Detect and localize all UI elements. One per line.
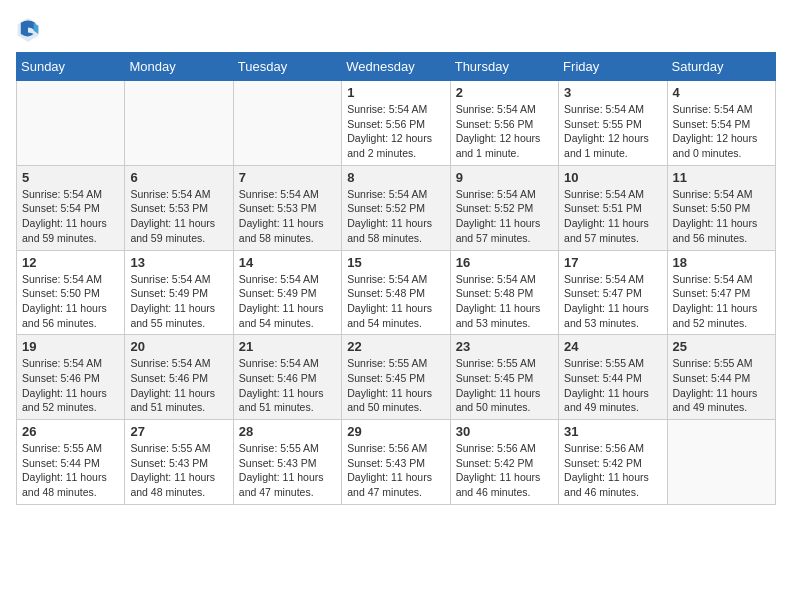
day-info: Sunrise: 5:54 AMSunset: 5:54 PMDaylight:… [22, 187, 119, 246]
header-sunday: Sunday [17, 53, 125, 81]
day-info: Sunrise: 5:54 AMSunset: 5:51 PMDaylight:… [564, 187, 661, 246]
day-info: Sunrise: 5:54 AMSunset: 5:48 PMDaylight:… [347, 272, 444, 331]
calendar-cell: 2Sunrise: 5:54 AMSunset: 5:56 PMDaylight… [450, 81, 558, 166]
calendar-cell: 21Sunrise: 5:54 AMSunset: 5:46 PMDayligh… [233, 335, 341, 420]
week-row-4: 19Sunrise: 5:54 AMSunset: 5:46 PMDayligh… [17, 335, 776, 420]
week-row-2: 5Sunrise: 5:54 AMSunset: 5:54 PMDaylight… [17, 165, 776, 250]
day-number: 21 [239, 339, 336, 354]
day-number: 3 [564, 85, 661, 100]
logo [16, 16, 44, 44]
day-header-row: Sunday Monday Tuesday Wednesday Thursday… [17, 53, 776, 81]
calendar-cell: 4Sunrise: 5:54 AMSunset: 5:54 PMDaylight… [667, 81, 775, 166]
calendar-cell: 25Sunrise: 5:55 AMSunset: 5:44 PMDayligh… [667, 335, 775, 420]
day-number: 19 [22, 339, 119, 354]
header-friday: Friday [559, 53, 667, 81]
calendar-cell: 23Sunrise: 5:55 AMSunset: 5:45 PMDayligh… [450, 335, 558, 420]
header-monday: Monday [125, 53, 233, 81]
day-info: Sunrise: 5:55 AMSunset: 5:43 PMDaylight:… [130, 441, 227, 500]
calendar-cell: 13Sunrise: 5:54 AMSunset: 5:49 PMDayligh… [125, 250, 233, 335]
day-info: Sunrise: 5:55 AMSunset: 5:45 PMDaylight:… [347, 356, 444, 415]
calendar-cell: 9Sunrise: 5:54 AMSunset: 5:52 PMDaylight… [450, 165, 558, 250]
day-info: Sunrise: 5:54 AMSunset: 5:49 PMDaylight:… [239, 272, 336, 331]
day-number: 7 [239, 170, 336, 185]
day-number: 26 [22, 424, 119, 439]
calendar-cell: 14Sunrise: 5:54 AMSunset: 5:49 PMDayligh… [233, 250, 341, 335]
day-info: Sunrise: 5:55 AMSunset: 5:44 PMDaylight:… [22, 441, 119, 500]
day-number: 13 [130, 255, 227, 270]
day-info: Sunrise: 5:54 AMSunset: 5:46 PMDaylight:… [239, 356, 336, 415]
day-number: 12 [22, 255, 119, 270]
day-info: Sunrise: 5:54 AMSunset: 5:56 PMDaylight:… [347, 102, 444, 161]
day-info: Sunrise: 5:56 AMSunset: 5:43 PMDaylight:… [347, 441, 444, 500]
day-number: 22 [347, 339, 444, 354]
day-number: 11 [673, 170, 770, 185]
calendar-cell: 24Sunrise: 5:55 AMSunset: 5:44 PMDayligh… [559, 335, 667, 420]
day-number: 18 [673, 255, 770, 270]
calendar-cell: 5Sunrise: 5:54 AMSunset: 5:54 PMDaylight… [17, 165, 125, 250]
week-row-5: 26Sunrise: 5:55 AMSunset: 5:44 PMDayligh… [17, 420, 776, 505]
day-info: Sunrise: 5:54 AMSunset: 5:53 PMDaylight:… [130, 187, 227, 246]
logo-icon [16, 16, 40, 44]
day-info: Sunrise: 5:54 AMSunset: 5:52 PMDaylight:… [456, 187, 553, 246]
calendar-cell: 27Sunrise: 5:55 AMSunset: 5:43 PMDayligh… [125, 420, 233, 505]
calendar-cell: 18Sunrise: 5:54 AMSunset: 5:47 PMDayligh… [667, 250, 775, 335]
calendar-cell: 7Sunrise: 5:54 AMSunset: 5:53 PMDaylight… [233, 165, 341, 250]
calendar-cell: 6Sunrise: 5:54 AMSunset: 5:53 PMDaylight… [125, 165, 233, 250]
day-number: 15 [347, 255, 444, 270]
day-number: 9 [456, 170, 553, 185]
day-number: 20 [130, 339, 227, 354]
day-info: Sunrise: 5:55 AMSunset: 5:44 PMDaylight:… [564, 356, 661, 415]
day-number: 4 [673, 85, 770, 100]
calendar-cell: 3Sunrise: 5:54 AMSunset: 5:55 PMDaylight… [559, 81, 667, 166]
day-number: 5 [22, 170, 119, 185]
day-info: Sunrise: 5:55 AMSunset: 5:44 PMDaylight:… [673, 356, 770, 415]
day-info: Sunrise: 5:54 AMSunset: 5:55 PMDaylight:… [564, 102, 661, 161]
day-number: 28 [239, 424, 336, 439]
day-info: Sunrise: 5:54 AMSunset: 5:48 PMDaylight:… [456, 272, 553, 331]
day-number: 10 [564, 170, 661, 185]
calendar-cell [125, 81, 233, 166]
day-number: 31 [564, 424, 661, 439]
day-number: 25 [673, 339, 770, 354]
day-info: Sunrise: 5:54 AMSunset: 5:54 PMDaylight:… [673, 102, 770, 161]
day-number: 16 [456, 255, 553, 270]
calendar-cell: 26Sunrise: 5:55 AMSunset: 5:44 PMDayligh… [17, 420, 125, 505]
day-number: 6 [130, 170, 227, 185]
calendar-cell: 19Sunrise: 5:54 AMSunset: 5:46 PMDayligh… [17, 335, 125, 420]
calendar-cell: 1Sunrise: 5:54 AMSunset: 5:56 PMDaylight… [342, 81, 450, 166]
calendar-cell: 20Sunrise: 5:54 AMSunset: 5:46 PMDayligh… [125, 335, 233, 420]
calendar-cell: 29Sunrise: 5:56 AMSunset: 5:43 PMDayligh… [342, 420, 450, 505]
day-number: 24 [564, 339, 661, 354]
calendar-cell: 10Sunrise: 5:54 AMSunset: 5:51 PMDayligh… [559, 165, 667, 250]
header-thursday: Thursday [450, 53, 558, 81]
day-info: Sunrise: 5:54 AMSunset: 5:46 PMDaylight:… [130, 356, 227, 415]
calendar-cell: 31Sunrise: 5:56 AMSunset: 5:42 PMDayligh… [559, 420, 667, 505]
calendar-cell: 17Sunrise: 5:54 AMSunset: 5:47 PMDayligh… [559, 250, 667, 335]
calendar-cell: 15Sunrise: 5:54 AMSunset: 5:48 PMDayligh… [342, 250, 450, 335]
calendar-cell: 12Sunrise: 5:54 AMSunset: 5:50 PMDayligh… [17, 250, 125, 335]
day-number: 8 [347, 170, 444, 185]
day-info: Sunrise: 5:56 AMSunset: 5:42 PMDaylight:… [456, 441, 553, 500]
day-info: Sunrise: 5:54 AMSunset: 5:56 PMDaylight:… [456, 102, 553, 161]
day-info: Sunrise: 5:54 AMSunset: 5:46 PMDaylight:… [22, 356, 119, 415]
day-number: 1 [347, 85, 444, 100]
day-info: Sunrise: 5:55 AMSunset: 5:43 PMDaylight:… [239, 441, 336, 500]
page-container: Sunday Monday Tuesday Wednesday Thursday… [16, 16, 776, 505]
header-saturday: Saturday [667, 53, 775, 81]
calendar-cell: 16Sunrise: 5:54 AMSunset: 5:48 PMDayligh… [450, 250, 558, 335]
week-row-1: 1Sunrise: 5:54 AMSunset: 5:56 PMDaylight… [17, 81, 776, 166]
day-info: Sunrise: 5:54 AMSunset: 5:50 PMDaylight:… [22, 272, 119, 331]
day-number: 17 [564, 255, 661, 270]
header [16, 16, 776, 44]
day-info: Sunrise: 5:54 AMSunset: 5:52 PMDaylight:… [347, 187, 444, 246]
calendar-cell: 28Sunrise: 5:55 AMSunset: 5:43 PMDayligh… [233, 420, 341, 505]
day-info: Sunrise: 5:54 AMSunset: 5:50 PMDaylight:… [673, 187, 770, 246]
day-number: 2 [456, 85, 553, 100]
calendar-cell: 30Sunrise: 5:56 AMSunset: 5:42 PMDayligh… [450, 420, 558, 505]
day-number: 30 [456, 424, 553, 439]
header-wednesday: Wednesday [342, 53, 450, 81]
week-row-3: 12Sunrise: 5:54 AMSunset: 5:50 PMDayligh… [17, 250, 776, 335]
day-info: Sunrise: 5:56 AMSunset: 5:42 PMDaylight:… [564, 441, 661, 500]
calendar-cell: 22Sunrise: 5:55 AMSunset: 5:45 PMDayligh… [342, 335, 450, 420]
day-info: Sunrise: 5:54 AMSunset: 5:47 PMDaylight:… [673, 272, 770, 331]
